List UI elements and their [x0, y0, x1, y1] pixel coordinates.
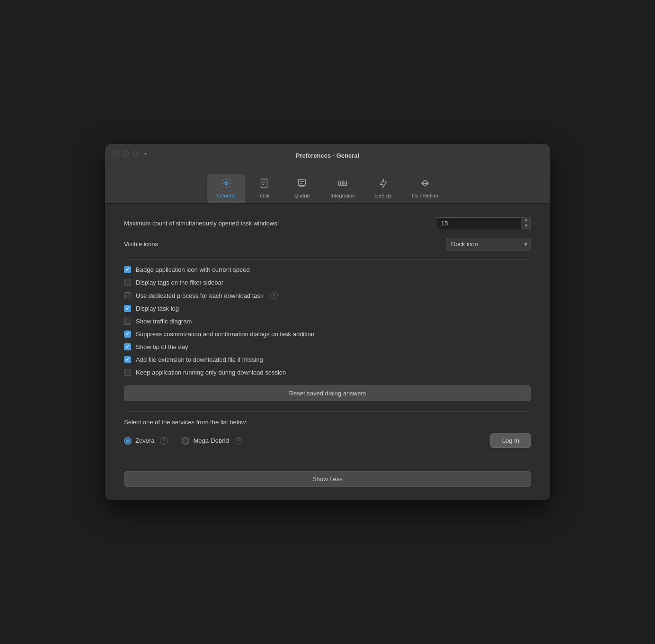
checkbox-tasklog-label[interactable]: Display task log	[124, 305, 179, 312]
mega-debrid-help-icon[interactable]: ?	[235, 437, 242, 445]
divider-3	[124, 455, 531, 455]
tab-task[interactable]: Task	[245, 174, 283, 203]
zevera-help-icon[interactable]: ?	[160, 437, 168, 445]
checkbox-row-extension: Add file extension to downloaded file if…	[124, 356, 531, 363]
tab-task-label: Task	[259, 193, 270, 198]
dedicated-help-icon[interactable]: ?	[270, 292, 278, 299]
stepper-up-button[interactable]: ▲	[522, 217, 531, 223]
show-less-button[interactable]: Show Less	[124, 471, 531, 487]
checkbox-dedicated-label[interactable]: Use dedicated process for each download …	[124, 292, 264, 299]
checkbox-badge-label[interactable]: Badge application icon with current spee…	[124, 266, 250, 273]
max-windows-stepper: ▲ ▼	[522, 217, 531, 229]
checkbox-dedicated[interactable]	[124, 292, 131, 299]
visible-icons-select-wrap: Dock icon ▾	[446, 238, 531, 250]
window-title: Preferences - General	[113, 152, 542, 159]
preferences-content: Maximum count of simultaneously opened t…	[105, 204, 550, 500]
checkbox-extension[interactable]	[124, 356, 131, 363]
visible-icons-row: Visible icons Dock icon ▾	[124, 238, 531, 250]
checkbox-tasklog[interactable]	[124, 305, 131, 312]
visible-icons-select[interactable]: Dock icon	[446, 238, 531, 250]
checkbox-traffic-label[interactable]: Show traffic diagram	[124, 318, 192, 325]
tab-energy[interactable]: Energy	[364, 174, 402, 203]
services-label: Select one of the services from the list…	[124, 419, 531, 426]
radio-mega-debrid[interactable]	[182, 437, 189, 445]
tab-energy-label: Energy	[375, 193, 392, 198]
task-icon	[259, 178, 269, 191]
checkbox-tip-label[interactable]: Show tip of the day	[124, 343, 188, 350]
integration-icon	[337, 178, 348, 191]
max-windows-input-wrap: 15 ▲ ▼	[437, 217, 531, 229]
radio-option-zevera[interactable]: Zevera ?	[124, 437, 168, 445]
radio-zevera-label: Zevera	[135, 437, 154, 444]
checkbox-row-running: Keep application running only during dow…	[124, 369, 531, 376]
checkbox-suppress-label[interactable]: Suppress customization and confirmation …	[124, 331, 314, 338]
checkbox-badge[interactable]	[124, 266, 131, 273]
tab-integration-label: Integration	[330, 193, 355, 198]
tab-queue-label: Queue	[294, 193, 310, 198]
checkbox-suppress[interactable]	[124, 331, 131, 338]
preferences-window: ▾ Preferences - General General	[105, 144, 550, 500]
radio-option-mega-debrid[interactable]: Mega-Debrid ?	[182, 437, 242, 445]
gear-icon	[221, 178, 231, 191]
checkbox-tags-label[interactable]: Display tags on the filter sidebar	[124, 279, 223, 286]
divider-1	[124, 259, 531, 259]
checkbox-running-label[interactable]: Keep application running only during dow…	[124, 369, 286, 376]
checkbox-extension-label[interactable]: Add file extension to downloaded file if…	[124, 356, 263, 363]
checkbox-row-traffic: Show traffic diagram	[124, 318, 531, 325]
svg-rect-5	[299, 179, 306, 186]
tab-general[interactable]: General	[207, 174, 245, 203]
tab-integration[interactable]: Integration	[321, 174, 364, 203]
login-button[interactable]: Log In	[490, 433, 531, 448]
checkbox-row-tasklog: Display task log	[124, 305, 531, 312]
tab-connection-label: Connection	[412, 193, 438, 198]
services-row: Zevera ? Mega-Debrid ? Log In	[124, 433, 531, 448]
checkbox-traffic[interactable]	[124, 318, 131, 325]
checkbox-running[interactable]	[124, 369, 131, 376]
tab-queue[interactable]: Queue	[283, 174, 321, 203]
connection-icon	[420, 178, 430, 191]
checkbox-row-dedicated: Use dedicated process for each download …	[124, 292, 531, 299]
max-windows-row: Maximum count of simultaneously opened t…	[124, 217, 531, 229]
reset-dialog-button[interactable]: Reset saved dialog answers	[124, 385, 531, 401]
svg-point-0	[225, 182, 228, 185]
tab-general-label: General	[217, 193, 236, 198]
checkbox-row-tags: Display tags on the filter sidebar	[124, 279, 531, 286]
titlebar: ▾ Preferences - General General	[105, 144, 550, 204]
checkbox-row-tip: Show tip of the day	[124, 343, 531, 350]
visible-icons-label: Visible icons	[124, 241, 158, 248]
checkboxes-section: Badge application icon with current spee…	[124, 266, 531, 376]
checkbox-row-badge: Badge application icon with current spee…	[124, 266, 531, 273]
checkbox-tags[interactable]	[124, 279, 131, 286]
svg-rect-1	[261, 179, 267, 188]
radio-mega-debrid-label: Mega-Debrid	[193, 437, 229, 444]
tab-connection[interactable]: Connection	[402, 174, 448, 203]
max-windows-input[interactable]: 15	[437, 217, 522, 229]
radio-zevera[interactable]	[124, 437, 132, 445]
max-windows-label: Maximum count of simultaneously opened t…	[124, 220, 279, 227]
stepper-down-button[interactable]: ▼	[522, 223, 531, 229]
divider-2	[124, 411, 531, 412]
energy-icon	[378, 178, 389, 191]
checkbox-tip[interactable]	[124, 343, 131, 350]
checkbox-row-suppress: Suppress customization and confirmation …	[124, 331, 531, 338]
tabs-bar: General Task	[113, 174, 542, 203]
queue-icon	[297, 178, 307, 191]
